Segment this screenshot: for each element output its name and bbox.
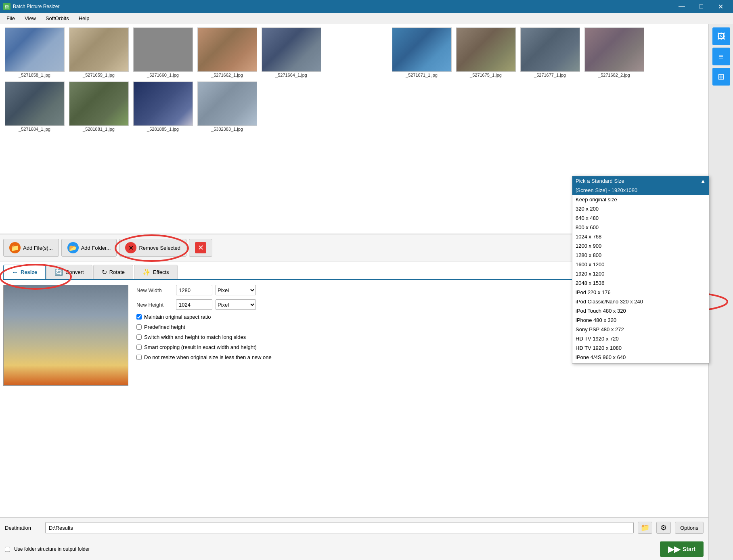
dropdown-item[interactable]: iPone 4/4S 960 x 640 bbox=[572, 353, 709, 362]
dropdown-item[interactable]: 1920 x 1200 bbox=[572, 269, 709, 278]
title-bar-controls: — □ ✕ bbox=[672, 0, 730, 13]
list-item[interactable]: _5281885_1.jpg bbox=[132, 81, 194, 132]
dropdown-item[interactable]: 2048 x 1536 bbox=[572, 278, 709, 288]
remove-selected-icon: ✕ bbox=[125, 242, 136, 253]
sidebar-list-button[interactable]: ≡ bbox=[712, 48, 730, 65]
bottom-bar: Use folder structure in output folder ▶▶… bbox=[0, 538, 708, 560]
main-container: _5271658_1.jpg _5271659_1.jpg _5271660_1… bbox=[0, 24, 733, 560]
add-folder-icon: 📂 bbox=[67, 242, 79, 253]
standard-size-popup: Pick a Standard Size ▲ [Screen Size] - 1… bbox=[572, 176, 709, 364]
preview-image bbox=[3, 285, 128, 386]
dropdown-item[interactable]: 1200 x 900 bbox=[572, 241, 709, 251]
dropdown-scroll[interactable]: [Screen Size] - 1920x1080 Keep original … bbox=[572, 186, 709, 363]
list-item[interactable]: _5271677_1.jpg bbox=[519, 27, 581, 80]
width-input[interactable] bbox=[176, 285, 212, 295]
use-folder-structure-checkbox[interactable] bbox=[5, 547, 10, 552]
preview-panel bbox=[3, 285, 128, 386]
minimize-button[interactable]: — bbox=[672, 0, 691, 13]
dropdown-item[interactable]: iPod Touch 480 x 320 bbox=[572, 306, 709, 316]
list-item[interactable]: _5302383_1.jpg bbox=[196, 81, 258, 132]
standard-size-panel: Pick a Standard Size ▲ [Screen Size] - 1… bbox=[592, 285, 705, 386]
title-bar: 🖼 Batch Picture Resizer — □ ✕ bbox=[0, 0, 733, 13]
list-item[interactable]: _5271682_2.jpg bbox=[583, 27, 645, 80]
app-icon: 🖼 bbox=[3, 3, 10, 10]
rotate-tab-icon: ↻ bbox=[102, 268, 107, 276]
content-area: _5271658_1.jpg _5271659_1.jpg _5271660_1… bbox=[0, 24, 709, 560]
sidebar-grid-button[interactable]: ⊞ bbox=[712, 68, 730, 86]
add-files-icon: 📁 bbox=[9, 242, 21, 253]
switch-dimensions-checkbox[interactable] bbox=[136, 334, 142, 340]
list-item[interactable]: _5271658_1.jpg bbox=[3, 27, 66, 80]
list-item[interactable]: _5281881_1.jpg bbox=[67, 81, 130, 132]
remove-selected-button[interactable]: ✕ Remove Selected bbox=[119, 239, 186, 257]
height-row: New Height Pixel bbox=[136, 299, 584, 310]
tab-effects[interactable]: ✨ Effects bbox=[134, 265, 178, 279]
menu-help[interactable]: Help bbox=[74, 14, 94, 23]
tab-convert[interactable]: 🔄 Convert bbox=[46, 265, 92, 279]
list-item[interactable]: _5271684_1.jpg bbox=[3, 81, 66, 132]
dropdown-item[interactable]: iPhone 480 x 320 bbox=[572, 316, 709, 325]
add-folder-button[interactable]: 📂 Add Folder... bbox=[61, 239, 117, 257]
dropdown-item[interactable]: 1024 x 768 bbox=[572, 232, 709, 241]
maximize-button[interactable]: □ bbox=[692, 0, 710, 13]
effects-tab-icon: ✨ bbox=[142, 268, 151, 276]
no-resize-checkbox[interactable] bbox=[136, 355, 142, 360]
dropdown-item[interactable]: 1280 x 800 bbox=[572, 251, 709, 260]
destination-browse-button[interactable]: 📁 bbox=[638, 522, 652, 534]
dropdown-item[interactable]: Sony PSP 480 x 272 bbox=[572, 325, 709, 334]
clear-button[interactable]: ✕ bbox=[189, 239, 212, 257]
tab-rotate[interactable]: ↻ Rotate bbox=[93, 265, 133, 279]
tab-resize[interactable]: ↔ Resize bbox=[3, 265, 46, 279]
add-files-button[interactable]: 📁 Add File(s)... bbox=[3, 239, 59, 257]
list-item[interactable]: _5271660_1.jpg bbox=[132, 27, 194, 80]
destination-bar: Destination 📁 ⚙ Options bbox=[0, 517, 708, 538]
dropdown-item[interactable]: iPod Classic/Nano 320 x 240 bbox=[572, 297, 709, 306]
dropdown-item[interactable]: Email 1024 x 768 bbox=[572, 362, 709, 363]
resize-tab-icon: ↔ bbox=[12, 269, 18, 276]
switch-dimensions-row: Switch width and height to match long si… bbox=[136, 334, 584, 340]
title-bar-left: 🖼 Batch Picture Resizer bbox=[3, 3, 59, 10]
gear-icon: ⚙ bbox=[660, 523, 667, 532]
menu-softorbits[interactable]: SoftOrbits bbox=[41, 14, 74, 23]
dropdown-item[interactable]: 320 x 200 bbox=[572, 204, 709, 213]
dropdown-item[interactable]: iPod 220 x 176 bbox=[572, 288, 709, 297]
list-item[interactable]: _5271675_1.jpg bbox=[454, 27, 517, 80]
options-button[interactable]: Options bbox=[675, 522, 704, 534]
resize-controls: New Width Pixel New Height Pixel bbox=[136, 285, 584, 386]
list-item[interactable]: _5271662_1.jpg bbox=[196, 27, 258, 80]
tabs-panel: ↔ Resize 🔄 Convert ↻ Rotate ✨ Effects bbox=[0, 261, 708, 517]
dropdown-item[interactable]: HD TV 1920 x 1080 bbox=[572, 343, 709, 353]
menu-file[interactable]: File bbox=[2, 14, 20, 23]
maintain-aspect-checkbox[interactable] bbox=[136, 314, 142, 320]
dropdown-item[interactable]: Keep original size bbox=[572, 195, 709, 204]
preview-img-content bbox=[4, 285, 128, 385]
predefined-height-row: Predefined height bbox=[136, 324, 584, 330]
browse-icon: 📁 bbox=[641, 523, 649, 532]
menu-view[interactable]: View bbox=[20, 14, 41, 23]
popup-header: Pick a Standard Size ▲ bbox=[572, 176, 709, 186]
dropdown-item[interactable]: HD TV 1920 x 720 bbox=[572, 334, 709, 343]
app-title: Batch Picture Resizer bbox=[13, 4, 59, 9]
dropdown-item[interactable]: 800 x 600 bbox=[572, 223, 709, 232]
destination-input[interactable] bbox=[45, 522, 634, 533]
clear-icon: ✕ bbox=[195, 242, 206, 253]
height-input[interactable] bbox=[176, 299, 212, 310]
width-row: New Width Pixel bbox=[136, 285, 584, 295]
smart-crop-checkbox[interactable] bbox=[136, 345, 142, 350]
sidebar-list-icon: ≡ bbox=[719, 52, 724, 61]
menu-bar: File View SoftOrbits Help bbox=[0, 13, 733, 24]
start-button[interactable]: ▶▶ Start bbox=[660, 541, 704, 557]
list-item[interactable]: _5271664_1.jpg bbox=[260, 27, 323, 80]
width-unit-select[interactable]: Pixel bbox=[216, 285, 256, 295]
predefined-height-checkbox[interactable] bbox=[136, 324, 142, 330]
dropdown-item[interactable]: [Screen Size] - 1920x1080 bbox=[572, 186, 709, 195]
options-gear-button[interactable]: ⚙ bbox=[656, 522, 671, 534]
sidebar-images-button[interactable]: 🖼 bbox=[712, 27, 730, 45]
list-item[interactable]: _5271659_1.jpg bbox=[67, 27, 130, 80]
close-button[interactable]: ✕ bbox=[711, 0, 730, 13]
dropdown-item[interactable]: 640 x 480 bbox=[572, 213, 709, 223]
sidebar-grid-icon: ⊞ bbox=[718, 72, 725, 81]
height-unit-select[interactable]: Pixel bbox=[216, 299, 256, 310]
dropdown-item[interactable]: 1600 x 1200 bbox=[572, 260, 709, 269]
list-item[interactable]: _5271671_1.jpg bbox=[390, 27, 453, 80]
